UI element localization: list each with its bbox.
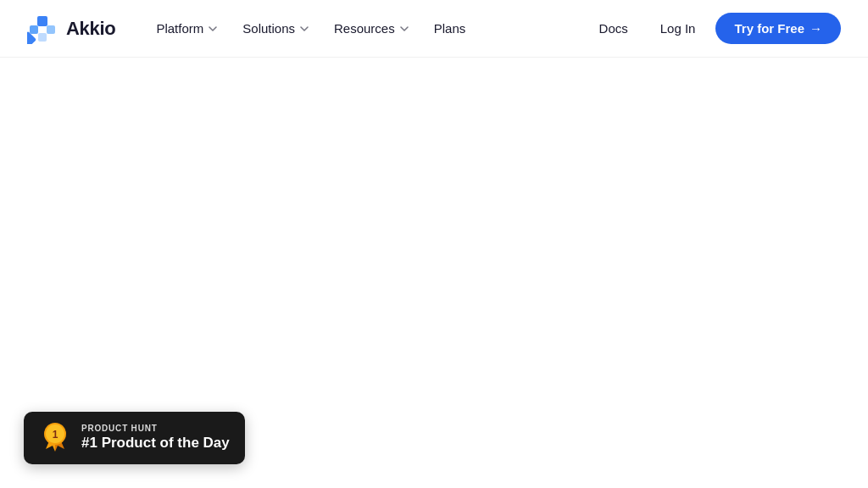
nav-item-platform[interactable]: Platform xyxy=(146,14,229,42)
nav-platform-label: Platform xyxy=(156,21,203,36)
akkio-logo-icon xyxy=(27,14,58,44)
product-hunt-label: PRODUCT HUNT xyxy=(81,424,230,433)
nav-left: Akkio Platform Solutions Resources xyxy=(27,14,476,44)
nav-login-link[interactable]: Log In xyxy=(647,14,709,42)
logo-text: Akkio xyxy=(66,18,115,40)
product-hunt-medal-icon: 1 xyxy=(39,422,71,454)
navbar: Akkio Platform Solutions Resources xyxy=(0,0,868,58)
product-hunt-text: PRODUCT HUNT #1 Product of the Day xyxy=(81,424,230,452)
nav-item-resources[interactable]: Resources xyxy=(324,14,420,42)
svg-rect-3 xyxy=(47,25,55,34)
nav-item-plans[interactable]: Plans xyxy=(424,14,476,42)
nav-solutions-label: Solutions xyxy=(242,21,295,36)
svg-rect-4 xyxy=(38,33,47,42)
logo-link[interactable]: Akkio xyxy=(27,14,115,44)
product-hunt-badge[interactable]: 1 PRODUCT HUNT #1 Product of the Day xyxy=(24,412,245,464)
nav-plans-label: Plans xyxy=(434,21,466,36)
nav-links: Platform Solutions Resources Plans xyxy=(146,14,476,42)
chevron-down-icon xyxy=(398,23,410,35)
main-content: 1 PRODUCT HUNT #1 Product of the Day xyxy=(0,58,868,488)
svg-rect-2 xyxy=(30,25,38,34)
nav-resources-label: Resources xyxy=(334,21,395,36)
arrow-icon: → xyxy=(810,21,822,36)
try-free-label: Try for Free xyxy=(734,21,804,36)
product-hunt-title: #1 Product of the Day xyxy=(81,435,230,452)
svg-rect-1 xyxy=(37,16,47,26)
chevron-down-icon xyxy=(298,23,310,35)
nav-item-solutions[interactable]: Solutions xyxy=(232,14,320,42)
nav-docs-link[interactable]: Docs xyxy=(587,14,640,42)
chevron-down-icon xyxy=(207,23,219,35)
try-for-free-button[interactable]: Try for Free → xyxy=(715,13,841,44)
svg-text:1: 1 xyxy=(53,429,58,441)
nav-right: Docs Log In Try for Free → xyxy=(587,13,841,44)
